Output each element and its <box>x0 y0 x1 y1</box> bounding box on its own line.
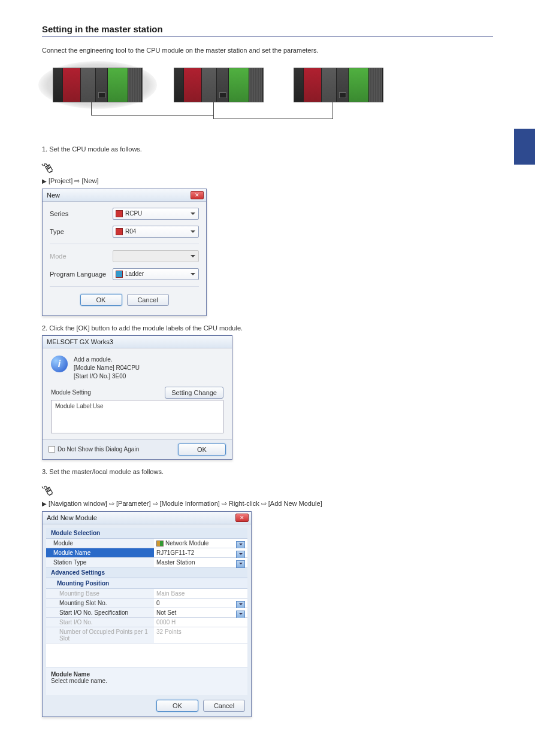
step-2: 2. Click the [OK] button to add the modu… <box>42 324 493 332</box>
close-icon-2[interactable]: ✕ <box>235 514 249 522</box>
nav-path-2: ▶ [Navigation window] ⇨ [Parameter] ⇨ [M… <box>42 500 493 508</box>
pg-slot-v-text: 0 <box>156 600 160 606</box>
pg-station-v-text: Master Station <box>156 559 195 566</box>
dont-show-label: Do Not Show this Dialog Again <box>58 446 139 453</box>
pg-section-mount: Mounting Position <box>46 578 247 589</box>
intro-text: Connect the engineering tool to the CPU … <box>42 45 493 56</box>
type-combo[interactable]: R04 <box>113 226 199 238</box>
pg-iospec-k: Start I/O No. Specification <box>46 608 154 617</box>
type-value: R04 <box>125 228 136 235</box>
nav-arrow-icon-2: ▶ <box>42 500 47 507</box>
setting-change-button[interactable]: Setting Change <box>165 387 223 399</box>
type-icon <box>116 228 123 235</box>
pg-base-k: Mounting Base <box>46 589 154 598</box>
add-ok-button[interactable]: OK <box>156 700 198 712</box>
pg-desc-text: Select module name. <box>51 678 107 684</box>
pg-pts-v: 32 Points <box>154 627 247 643</box>
step-3: 3. Set the master/local module as follow… <box>42 468 493 475</box>
close-icon[interactable]: ✕ <box>191 191 204 199</box>
dialog-new-title: New ✕ <box>43 189 206 202</box>
dialog-msgbox-title: MELSOFT GX Works3 <box>43 336 232 348</box>
pg-io-k: Start I/O No. <box>46 618 154 627</box>
dont-show-checkbox[interactable] <box>49 446 55 453</box>
module-label-use: Module Label:Use <box>55 403 104 409</box>
pg-iospec-v[interactable]: Not Set <box>154 608 247 617</box>
msg-line1: Add a module. <box>74 356 140 364</box>
pg-base-v: Main Base <box>154 589 247 598</box>
pg-module-k: Module <box>46 539 154 548</box>
dialog-new-title-text: New <box>47 192 60 199</box>
series-combo[interactable]: RCPU <box>113 208 199 220</box>
label-type: Type <box>50 228 113 235</box>
pg-desc-title: Module Name <box>51 671 90 678</box>
nav-arrow-icon: ▶ <box>42 178 47 184</box>
mouse-icon: 🖱 <box>38 157 58 178</box>
nav-path-1: ▶ [Project] ⇨ [New] <box>42 177 493 185</box>
pg-modname-v-text: RJ71GF11-T2 <box>156 549 194 556</box>
series-value: RCPU <box>125 210 142 217</box>
module-setting-area: Module Label:Use <box>51 400 223 433</box>
label-mode: Mode <box>50 253 113 260</box>
msgbox-text: Add a module. [Module Name] R04CPU [Star… <box>74 356 140 381</box>
cancel-button[interactable]: Cancel <box>127 294 169 306</box>
pg-iospec-v-text: Not Set <box>156 609 176 616</box>
msg-line2: [Module Name] R04CPU <box>74 364 140 372</box>
pg-section-modsel: Module Selection <box>46 528 247 539</box>
step-1: 1. Set the CPU module as follows. <box>42 145 493 153</box>
label-series: Series <box>50 210 113 217</box>
pg-station-v[interactable]: Master Station <box>154 558 247 567</box>
dialog-add-title: Add New Module ✕ <box>43 512 251 524</box>
device-local-1 <box>174 68 264 102</box>
pg-whitespace <box>46 643 247 667</box>
device-local-2 <box>294 68 383 102</box>
pg-module-v[interactable]: Network Module <box>154 539 247 548</box>
dialog-msgbox: MELSOFT GX Works3 i Add a module. [Modul… <box>42 335 232 460</box>
msgbox-ok-button[interactable]: OK <box>178 444 226 456</box>
nav1-item: [New] <box>82 177 99 184</box>
pg-section-adv: Advanced Settings <box>46 567 247 578</box>
dialog-add-title-text: Add New Module <box>47 514 97 521</box>
mode-combo <box>113 250 199 262</box>
device-master <box>53 68 143 102</box>
msg-line3: [Start I/O No.] 3E00 <box>74 372 140 381</box>
section-heading: Setting in the master station <box>42 24 493 37</box>
pg-slot-v[interactable]: 0 <box>154 599 247 608</box>
page-tab <box>514 129 535 165</box>
ladder-icon <box>116 271 123 278</box>
module-setting-label: Module Setting <box>51 389 91 396</box>
info-icon: i <box>51 356 68 372</box>
label-lang: Program Language <box>50 271 113 278</box>
series-icon <box>116 210 123 217</box>
pg-description: Module Name Select module name. <box>46 667 247 695</box>
lang-combo[interactable]: Ladder <box>113 268 199 280</box>
dialog-new: New ✕ Series RCPU Type R04 Mode Program … <box>42 189 207 316</box>
add-cancel-button[interactable]: Cancel <box>203 700 245 712</box>
pg-slot-k: Mounting Slot No. <box>46 599 154 608</box>
pg-io-v: 0000 H <box>154 618 247 627</box>
device-diagram <box>42 62 493 139</box>
pg-module-v-text: Network Module <box>165 540 208 546</box>
nav2-text: [Navigation window] ⇨ [Parameter] ⇨ [Mod… <box>49 500 322 507</box>
pg-modname-v[interactable]: RJ71GF11-T2 <box>154 548 247 557</box>
nav1-prefix: [Project] <box>49 177 72 184</box>
wire-2 <box>213 102 333 119</box>
ok-button[interactable]: OK <box>80 294 122 306</box>
dialog-add-module: Add New Module ✕ Module Selection Module… <box>42 511 252 717</box>
pg-pts-k: Number of Occupied Points per 1 Slot <box>46 627 154 643</box>
pg-modname-k: Module Name <box>46 548 154 557</box>
nav1-arrow: ⇨ <box>74 177 80 184</box>
mouse-icon-2: 🖱 <box>38 479 58 501</box>
lang-value: Ladder <box>125 271 144 277</box>
pg-station-k: Station Type <box>46 558 154 567</box>
wire-1 <box>91 102 213 116</box>
network-module-icon <box>156 541 164 546</box>
